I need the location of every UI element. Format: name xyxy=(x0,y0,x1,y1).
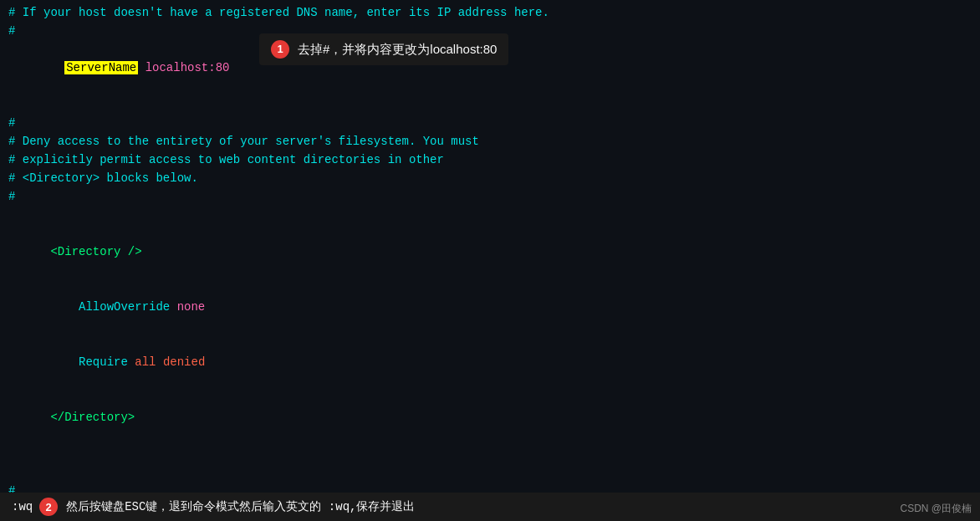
all-value: all xyxy=(135,355,156,369)
none-value: none xyxy=(177,300,206,314)
directory-open-tag: <Directory /> xyxy=(50,245,141,258)
servername-keyword: ServerName xyxy=(64,61,138,74)
line-4 xyxy=(8,95,972,114)
badge-2: 2 xyxy=(39,498,58,516)
line-12: AllowOverride none xyxy=(8,279,972,335)
line-15 xyxy=(8,445,972,463)
line-14: </Directory> xyxy=(8,390,972,445)
line-7: # explicitly permit access to web conten… xyxy=(8,151,972,169)
require-directive: Require xyxy=(50,355,135,369)
tooltip-2-text: 然后按键盘ESC键，退到命令模式然后输入英文的 :wq,保存并退出 xyxy=(66,499,415,514)
line-5: # xyxy=(8,114,972,132)
line-6: # Deny access to the entirety of your se… xyxy=(8,132,972,151)
servername-row: ServerName localhost:80 1 去掉#，并将内容更改为loc… xyxy=(8,40,972,95)
localhost-value: localhost:80 xyxy=(138,61,229,74)
denied-value: denied xyxy=(163,355,205,369)
line-11: <Directory /> xyxy=(8,224,972,279)
badge-1: 1 xyxy=(271,40,289,59)
line-1: # If your host doesn't have a registered… xyxy=(8,3,972,22)
code-area: # If your host doesn't have a registered… xyxy=(0,3,980,521)
line-9: # xyxy=(8,187,972,206)
line-8: # <Directory> blocks below. xyxy=(8,169,972,187)
csdn-credit: CSDN @田俊楠 xyxy=(900,502,972,516)
line-13: Require all denied xyxy=(8,335,972,390)
tooltip-1-text: 去掉#，并将内容更改为localhost:80 xyxy=(298,40,497,59)
bottom-bar: :wq 2 然后按键盘ESC键，退到命令模式然后输入英文的 :wq,保存并退出 xyxy=(0,493,980,521)
terminal: # If your host doesn't have a registered… xyxy=(0,0,980,521)
tooltip-1: 1 去掉#，并将内容更改为localhost:80 xyxy=(259,33,508,65)
require-space xyxy=(156,355,162,369)
allowoverride-directive: AllowOverride xyxy=(50,300,176,314)
directory-close-tag: </Directory> xyxy=(50,411,135,424)
wq-prompt: :wq xyxy=(12,500,33,513)
line-10 xyxy=(8,206,972,224)
line-16 xyxy=(8,463,972,482)
